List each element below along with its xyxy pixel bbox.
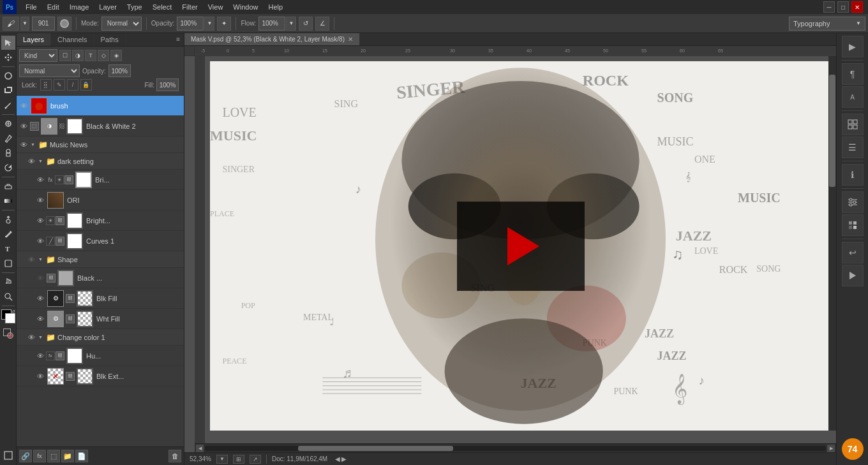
- visibility-toggle[interactable]: 👁: [18, 121, 29, 132]
- actions-btn[interactable]: [842, 265, 864, 286]
- layer-item[interactable]: 👁 ⬚ ◑ ⛓ Black & White 2: [17, 116, 184, 137]
- layer-item[interactable]: 👁 ⚙ ⛓ Blk Fill: [17, 288, 184, 309]
- layer-item[interactable]: 👁 fx ⛓ Hu...: [17, 346, 184, 366]
- document-tab[interactable]: Mask V.psd @ 52,3% (Black & White 2, Lay…: [184, 33, 360, 45]
- panel-collapse[interactable]: ≡: [172, 33, 184, 46]
- layer-item[interactable]: 👁 ⚙ ⛓ Wht Fill: [17, 309, 184, 329]
- maximize-btn[interactable]: □: [837, 1, 849, 13]
- flow-dropdown[interactable]: ▼: [286, 17, 296, 31]
- paragraph-btn[interactable]: ¶: [842, 63, 864, 85]
- info-btn[interactable]: ℹ: [842, 164, 864, 186]
- visibility-toggle[interactable]: 👁: [26, 156, 37, 167]
- adjustments-btn[interactable]: [842, 191, 864, 213]
- layer-group-item[interactable]: 👁 ▼ 📁 dark setting: [17, 153, 184, 170]
- pen-tool[interactable]: [1, 227, 15, 241]
- brush-shape-btn[interactable]: [57, 17, 71, 31]
- zoom-preset-btn[interactable]: ⊞: [233, 455, 244, 464]
- scroll-left-icon[interactable]: ◀: [335, 455, 340, 462]
- scrollbar-thumb-v[interactable]: [829, 75, 835, 187]
- tab-paths[interactable]: Paths: [94, 33, 126, 46]
- kind-adj-btn[interactable]: ◑: [72, 50, 84, 61]
- kind-pixel-btn[interactable]: ☐: [59, 50, 71, 61]
- lock-all-btn[interactable]: 🔒: [80, 79, 92, 91]
- angle-btn[interactable]: ∠: [315, 17, 329, 31]
- menu-image[interactable]: Image: [64, 2, 94, 12]
- add-mask-btn[interactable]: ⬚: [47, 450, 60, 462]
- brush-tool-btn[interactable]: 🖌: [3, 17, 19, 31]
- scrollbar-thumb-h[interactable]: [298, 446, 453, 451]
- smoothing-btn[interactable]: ↺: [299, 17, 313, 31]
- fill-value[interactable]: [156, 78, 179, 91]
- menu-filter[interactable]: Filter: [177, 2, 202, 12]
- visibility-toggle[interactable]: 👁: [34, 174, 46, 186]
- typography-dropdown[interactable]: Typography ▼: [789, 17, 865, 31]
- opacity-dropdown[interactable]: ▼: [204, 17, 214, 31]
- clone-stamp-tool[interactable]: [1, 146, 15, 160]
- quick-mask-btn[interactable]: [1, 327, 15, 341]
- menu-file[interactable]: File: [20, 2, 42, 12]
- layer-group-item[interactable]: 👁 ▼ 📁 Shape: [17, 251, 184, 268]
- kind-select[interactable]: Kind: [19, 49, 57, 62]
- brush-dropdown[interactable]: ▼: [20, 17, 29, 31]
- layer-item[interactable]: 👁 ☀ ⛓ Bright...: [17, 210, 184, 231]
- eraser-tool[interactable]: [1, 179, 15, 193]
- menu-window[interactable]: Window: [228, 2, 263, 12]
- visibility-toggle[interactable]: 👁: [34, 293, 46, 304]
- styles-btn[interactable]: [842, 214, 864, 236]
- export-btn[interactable]: ↗: [250, 455, 261, 464]
- visibility-toggle[interactable]: 👁: [34, 235, 46, 247]
- kind-type-btn[interactable]: T: [85, 50, 96, 61]
- opacity-input[interactable]: [177, 17, 204, 31]
- flow-input[interactable]: [258, 17, 285, 31]
- new-group-btn[interactable]: 📁: [61, 450, 74, 462]
- lasso-tool[interactable]: [1, 69, 15, 83]
- airbrush-btn[interactable]: ✦: [217, 17, 231, 31]
- lock-position-btn[interactable]: ✎: [54, 79, 65, 91]
- hand-tool[interactable]: [1, 275, 15, 289]
- tab-channels[interactable]: Channels: [51, 33, 94, 46]
- kind-shape-btn[interactable]: ◇: [98, 50, 109, 61]
- foreground-background-colors[interactable]: ↺: [1, 309, 15, 323]
- scroll-right-btn[interactable]: ▶: [827, 445, 835, 452]
- visibility-toggle[interactable]: 👁: [34, 272, 46, 284]
- menu-type[interactable]: Type: [122, 2, 147, 12]
- zoom-tool[interactable]: [1, 290, 15, 304]
- new-layer-btn[interactable]: 📄: [75, 450, 88, 462]
- crop-tool[interactable]: [1, 84, 15, 98]
- visibility-toggle[interactable]: 👁: [18, 139, 29, 151]
- delete-layer-btn[interactable]: 🗑: [168, 450, 181, 462]
- selection-tool[interactable]: [1, 36, 15, 50]
- layer-group-item[interactable]: 👁 ▼ 📁 Change color 1: [17, 329, 184, 346]
- layer-group-item[interactable]: 👁 ▼ 📁 Music News: [17, 137, 184, 153]
- layer-item[interactable]: 👁 ╱ ⛓ Curves 1: [17, 231, 184, 251]
- minimize-btn[interactable]: ─: [823, 1, 835, 13]
- layer-item[interactable]: 👁 ⛓ Black ...: [17, 268, 184, 288]
- brush-tool[interactable]: [1, 131, 15, 145]
- close-tab-btn[interactable]: ✕: [348, 36, 353, 43]
- properties-btn[interactable]: ☰: [842, 137, 864, 158]
- horizontal-scrollbar[interactable]: ◀ ▶: [195, 443, 836, 452]
- history-brush-tool[interactable]: [1, 161, 15, 175]
- scroll-left-btn[interactable]: ◀: [196, 445, 204, 452]
- character-btn[interactable]: A: [842, 86, 864, 108]
- visibility-toggle[interactable]: 👁: [34, 350, 46, 362]
- add-style-btn[interactable]: fx: [33, 450, 46, 462]
- shape-tool[interactable]: [1, 256, 15, 270]
- link-layers-btn[interactable]: 🔗: [19, 450, 32, 462]
- layer-item[interactable]: 👁 ORI: [17, 190, 184, 210]
- scroll-right-icon[interactable]: ▶: [341, 455, 347, 462]
- vertical-scrollbar[interactable]: [828, 56, 836, 431]
- visibility-toggle[interactable]: 👁: [34, 215, 46, 226]
- grid-btn[interactable]: [842, 114, 864, 135]
- play-action-btn[interactable]: ▶: [842, 36, 864, 57]
- eyedropper-tool[interactable]: [1, 98, 15, 112]
- lock-pixels-btn[interactable]: ⣿: [40, 79, 52, 91]
- move-tool[interactable]: [1, 50, 15, 64]
- screen-mode-btn[interactable]: [1, 448, 15, 462]
- user-avatar[interactable]: 74: [842, 438, 864, 460]
- menu-select[interactable]: Select: [147, 2, 177, 12]
- visibility-toggle[interactable]: 👁: [26, 254, 37, 265]
- kind-smart-btn[interactable]: ◈: [110, 50, 122, 61]
- visibility-toggle[interactable]: 👁: [34, 313, 46, 325]
- visibility-toggle[interactable]: 👁: [26, 332, 37, 343]
